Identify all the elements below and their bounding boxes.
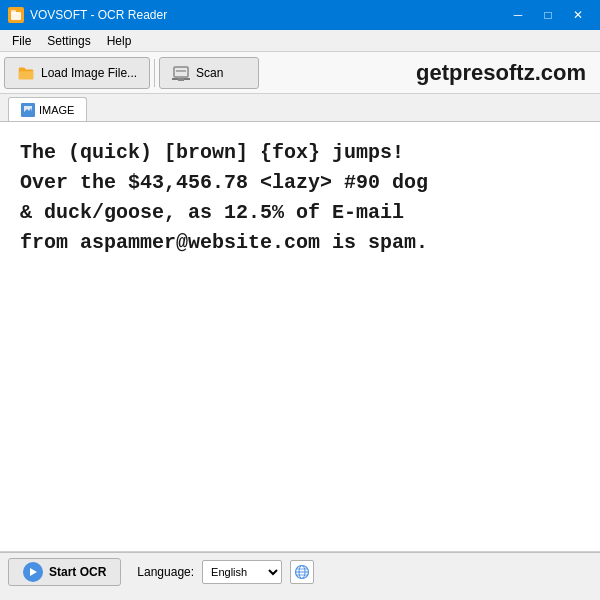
menu-bar: File Settings Help xyxy=(0,30,600,52)
toolbar: Load Image File... Scan getpresoftz.com xyxy=(0,52,600,94)
load-image-button[interactable]: Load Image File... xyxy=(4,57,150,89)
scan-label: Scan xyxy=(196,66,223,80)
language-label: Language: xyxy=(137,565,194,579)
tab-image-label: IMAGE xyxy=(39,104,74,116)
menu-help[interactable]: Help xyxy=(99,32,140,50)
globe-button[interactable] xyxy=(290,560,314,584)
svg-marker-9 xyxy=(30,568,37,576)
load-image-label: Load Image File... xyxy=(41,66,137,80)
svg-rect-5 xyxy=(178,78,184,81)
maximize-button[interactable]: □ xyxy=(534,5,562,25)
title-bar: VOVSOFT - OCR Reader ─ □ ✕ xyxy=(0,0,600,30)
scan-icon xyxy=(172,64,190,82)
close-button[interactable]: ✕ xyxy=(564,5,592,25)
tab-bar: IMAGE xyxy=(0,94,600,122)
minimize-button[interactable]: ─ xyxy=(504,5,532,25)
start-ocr-label: Start OCR xyxy=(49,565,106,579)
svg-rect-3 xyxy=(176,70,186,72)
toolbar-separator-1 xyxy=(154,59,155,87)
title-bar-left: VOVSOFT - OCR Reader xyxy=(8,7,167,23)
tab-image[interactable]: IMAGE xyxy=(8,97,87,121)
ocr-text-output: The (quick) [brown] {fox} jumps! Over th… xyxy=(20,138,580,258)
window-title: VOVSOFT - OCR Reader xyxy=(30,8,167,22)
status-bar: Start OCR Language: English French Germa… xyxy=(0,552,600,590)
brand-text: getpresoftz.com xyxy=(259,60,596,86)
folder-icon xyxy=(17,64,35,82)
svg-rect-1 xyxy=(11,10,16,14)
start-ocr-button[interactable]: Start OCR xyxy=(8,558,121,586)
language-select[interactable]: English French German Spanish xyxy=(202,560,282,584)
scan-button[interactable]: Scan xyxy=(159,57,259,89)
window-controls: ─ □ ✕ xyxy=(504,5,592,25)
start-ocr-icon xyxy=(23,562,43,582)
image-tab-icon xyxy=(21,103,35,117)
menu-settings[interactable]: Settings xyxy=(39,32,98,50)
app-icon xyxy=(8,7,24,23)
main-content: The (quick) [brown] {fox} jumps! Over th… xyxy=(0,122,600,552)
menu-file[interactable]: File xyxy=(4,32,39,50)
